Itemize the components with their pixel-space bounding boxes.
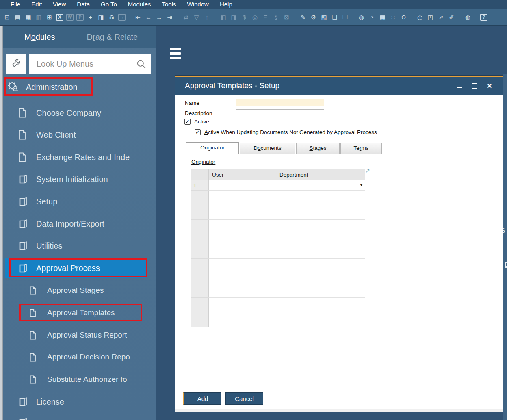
menu-help[interactable]: Help [220, 0, 232, 9]
tab-terms[interactable]: Terms [340, 143, 382, 154]
row-number-cell[interactable] [191, 288, 209, 298]
department-cell[interactable]: ▾ [276, 180, 365, 191]
sidebar-item-approval-process[interactable]: Approval Process [5, 258, 146, 278]
user-cell[interactable] [209, 298, 276, 307]
checkbox-active[interactable]: ✓ [184, 119, 191, 125]
print-icon[interactable]: ▤ [14, 13, 22, 21]
menu-window[interactable]: Window [187, 0, 209, 9]
sidebar-item-approval-templates[interactable]: Approval Templates [5, 303, 146, 323]
row-number-cell[interactable] [191, 317, 209, 327]
department-cell[interactable] [276, 317, 365, 327]
sidebar-item-web-client[interactable]: Web Client [5, 125, 146, 145]
edit-icon[interactable]: ✎ [299, 13, 307, 21]
sidebar-item-partial[interactable] [5, 412, 146, 420]
user-info-icon[interactable]: Ω [400, 13, 407, 21]
sidebar-item-utilities[interactable]: Utilities [5, 236, 146, 256]
user-cell[interactable] [209, 317, 276, 327]
maximize-grid-icon[interactable]: ↗ [365, 167, 370, 174]
row-number-cell[interactable] [191, 278, 209, 288]
sidebar-item-approval-stages[interactable]: Approval Stages [5, 280, 146, 301]
user-cell[interactable] [209, 278, 276, 288]
calculator-icon[interactable]: ▦ [379, 13, 386, 21]
document-flow-icon[interactable]: ▨ [320, 13, 328, 21]
tab-stages[interactable]: Stages [296, 143, 340, 154]
approval-status-icon[interactable]: ◔ [368, 13, 376, 21]
row-number-cell[interactable] [191, 268, 209, 278]
next-record-icon[interactable]: → [155, 13, 163, 21]
row-number-cell[interactable] [191, 220, 209, 229]
department-cell[interactable] [276, 210, 365, 220]
dropdown-caret-icon[interactable]: ▾ [360, 180, 362, 190]
sidebar-item-substitute-authorizer-fo[interactable]: Substitute Authorizer fo [5, 369, 146, 390]
column-header-department[interactable]: Department [276, 169, 365, 180]
calendar-icon[interactable]: ▦ [24, 13, 32, 21]
widgets-icon[interactable]: ◰ [427, 13, 434, 21]
sidebar-item-system-initialization[interactable]: System Initialization [5, 169, 146, 189]
department-cell[interactable] [276, 278, 365, 288]
minimize-button[interactable] [455, 82, 464, 90]
row-number-cell[interactable] [191, 200, 209, 210]
row-number-cell[interactable] [191, 229, 209, 239]
user-cell[interactable] [209, 249, 276, 259]
user-cell[interactable] [209, 268, 276, 278]
menu-go-to[interactable]: Go To [101, 0, 117, 9]
user-cell[interactable] [209, 307, 276, 317]
department-cell[interactable] [276, 249, 365, 259]
column-header-rownum[interactable] [191, 169, 209, 180]
export-excel-icon[interactable]: X [56, 14, 63, 21]
menu-tools[interactable]: Tools [162, 0, 176, 9]
department-cell[interactable] [276, 220, 365, 229]
menu-data[interactable]: Data [77, 0, 90, 9]
row-number-cell[interactable] [191, 307, 209, 317]
description-field[interactable] [236, 109, 324, 117]
menu-file[interactable]: File [11, 0, 20, 9]
department-cell[interactable] [276, 239, 365, 249]
web-browser-icon[interactable]: ◍ [464, 13, 472, 21]
remarks-icon[interactable]: ❏ [331, 13, 338, 21]
originator-section-link[interactable]: Originator [191, 159, 215, 165]
user-cell[interactable] [209, 239, 276, 249]
row-number-cell[interactable] [191, 239, 209, 249]
tab-documents[interactable]: Documents [240, 143, 295, 154]
user-cell[interactable] [209, 191, 276, 200]
alerts-icon[interactable]: ◍ [358, 13, 365, 21]
column-header-user[interactable]: User [209, 169, 276, 180]
find-icon[interactable]: ⋒ [108, 13, 115, 21]
lock-screen-icon[interactable]: ◨ [97, 13, 105, 21]
user-cell[interactable] [209, 229, 276, 239]
cancel-button[interactable]: Cancel [225, 392, 263, 405]
sidebar-item-data-import-export[interactable]: Data Import/Export [5, 214, 146, 234]
name-field[interactable] [236, 99, 324, 106]
department-cell[interactable] [276, 288, 365, 298]
form-settings-icon[interactable]: ⚙ [310, 13, 317, 21]
department-cell[interactable] [276, 259, 365, 268]
user-cell[interactable] [209, 200, 276, 210]
row-number-cell[interactable] [191, 191, 209, 200]
user-cell[interactable] [209, 180, 276, 191]
sidebar-item-exchange-rates-and-inde[interactable]: Exchange Rates and Inde [5, 147, 146, 167]
row-number-cell[interactable] [191, 259, 209, 268]
sidebar-item-approval-status-report[interactable]: Approval Status Report [5, 325, 146, 345]
menu-view[interactable]: View [53, 0, 66, 9]
sidebar-item-setup[interactable]: Setup [5, 191, 146, 212]
maximize-button[interactable] [470, 82, 479, 90]
department-cell[interactable] [276, 268, 365, 278]
department-cell[interactable] [276, 229, 365, 239]
sidebar-item-approval-decision-repo[interactable]: Approval Decision Repo [5, 347, 146, 367]
menu-edit[interactable]: Edit [31, 0, 42, 9]
checkbox-active-when-updating[interactable]: ✓ [195, 129, 201, 135]
menu-toggle-icon[interactable] [170, 48, 181, 59]
last-record-icon[interactable]: ⇥ [166, 13, 173, 21]
add-button[interactable]: Add [183, 392, 221, 405]
previous-record-icon[interactable]: ← [145, 13, 152, 21]
tab-originator[interactable]: Originator [186, 142, 239, 154]
row-number-cell[interactable]: 1 [191, 180, 209, 191]
first-record-icon[interactable]: ⇤ [134, 13, 142, 21]
row-number-cell[interactable] [191, 210, 209, 220]
department-cell[interactable] [276, 298, 365, 307]
row-number-cell[interactable] [191, 298, 209, 307]
edit-document-icon[interactable]: ✐ [448, 13, 455, 21]
print-preview-icon[interactable]: ⊡ [3, 13, 11, 21]
user-cell[interactable] [209, 259, 276, 268]
close-button[interactable]: × [485, 82, 494, 90]
